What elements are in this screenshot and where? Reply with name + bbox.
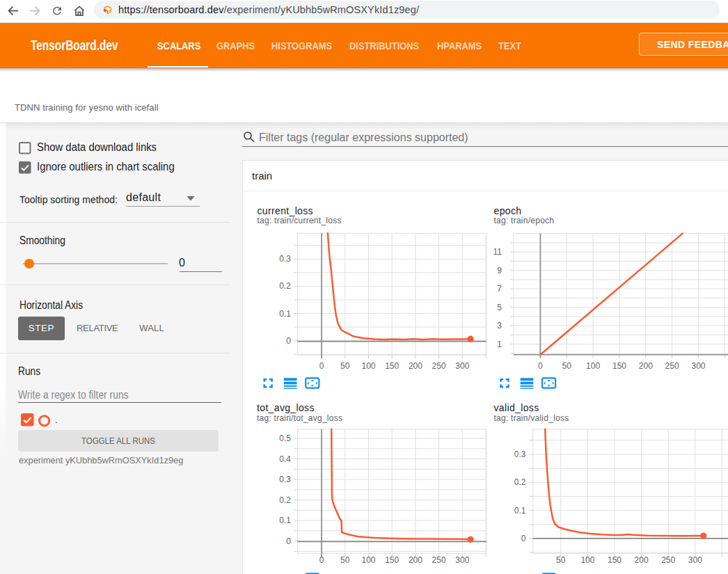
svg-text:0: 0 <box>319 361 324 371</box>
svg-text:200: 200 <box>409 361 422 371</box>
svg-text:valid_loss: valid_loss <box>494 402 539 413</box>
svg-text:0: 0 <box>286 536 291 546</box>
svg-text:300: 300 <box>455 555 469 565</box>
svg-text:1: 1 <box>497 340 502 349</box>
svg-text:150: 150 <box>385 361 399 371</box>
svg-text:150: 150 <box>612 361 626 371</box>
svg-text:0: 0 <box>521 534 526 543</box>
svg-text:9: 9 <box>497 266 502 276</box>
svg-text:100: 100 <box>580 555 594 565</box>
svg-text:11: 11 <box>493 247 503 257</box>
svg-text:200: 200 <box>639 361 653 371</box>
svg-text:0: 0 <box>538 361 543 371</box>
svg-text:0.1: 0.1 <box>514 506 526 516</box>
svg-text:3: 3 <box>497 321 502 330</box>
svg-text:300: 300 <box>691 361 705 371</box>
svg-text:0.3: 0.3 <box>279 254 291 264</box>
svg-text:0.1: 0.1 <box>279 309 291 319</box>
svg-text:50: 50 <box>556 555 566 565</box>
svg-text:tot_avg_loss: tot_avg_loss <box>257 402 315 413</box>
svg-text:tag: train/valid_loss: tag: train/valid_loss <box>494 413 569 423</box>
svg-text:200: 200 <box>409 555 422 565</box>
svg-text:250: 250 <box>665 361 679 371</box>
svg-text:250: 250 <box>432 361 446 371</box>
svg-text:5: 5 <box>497 303 502 312</box>
svg-text:tag: train/epoch: tag: train/epoch <box>494 216 555 225</box>
svg-text:100: 100 <box>586 361 600 371</box>
svg-text:50: 50 <box>562 361 572 371</box>
svg-text:0: 0 <box>319 555 324 565</box>
svg-text:current_loss: current_loss <box>258 205 313 216</box>
svg-text:100: 100 <box>361 361 375 371</box>
svg-text:0.4: 0.4 <box>279 454 291 464</box>
svg-text:250: 250 <box>432 555 446 565</box>
svg-text:50: 50 <box>340 555 350 565</box>
svg-text:epoch: epoch <box>494 205 522 216</box>
svg-text:100: 100 <box>361 555 375 565</box>
svg-text:tag: train/current_loss: tag: train/current_loss <box>258 216 342 225</box>
svg-text:300: 300 <box>688 555 702 565</box>
svg-text:7: 7 <box>497 284 502 294</box>
svg-text:0.3: 0.3 <box>514 449 526 459</box>
svg-text:50: 50 <box>340 361 350 371</box>
svg-text:0.2: 0.2 <box>279 495 291 505</box>
svg-text:0.5: 0.5 <box>279 433 291 443</box>
svg-text:0.2: 0.2 <box>514 477 526 487</box>
svg-text:250: 250 <box>661 555 675 565</box>
svg-text:0.1: 0.1 <box>279 516 291 525</box>
svg-text:tag: train/tot_avg_loss: tag: train/tot_avg_loss <box>257 413 342 423</box>
svg-text:200: 200 <box>635 555 649 565</box>
svg-text:300: 300 <box>455 361 469 371</box>
svg-text:0: 0 <box>286 336 291 346</box>
svg-text:0.3: 0.3 <box>279 475 291 484</box>
svg-text:150: 150 <box>385 555 399 565</box>
svg-text:0.2: 0.2 <box>279 281 291 291</box>
svg-text:150: 150 <box>608 555 622 565</box>
